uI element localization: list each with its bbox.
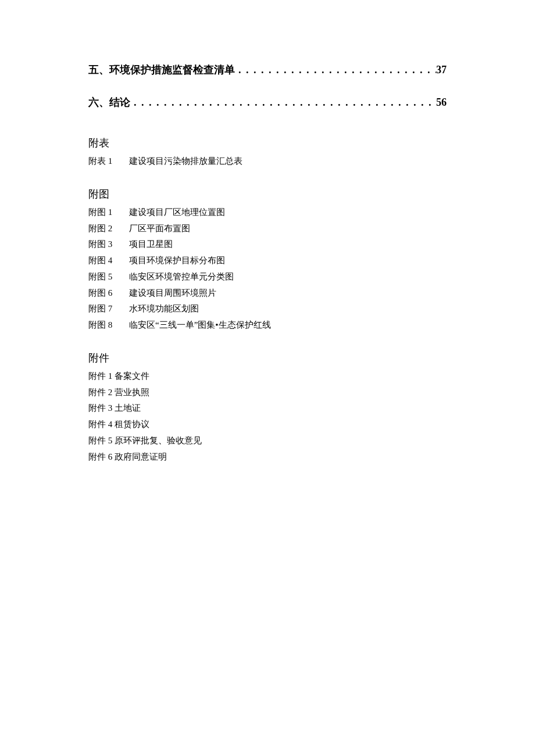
appendix-desc: 临安区“三线一单”图集•生态保护红线 — [129, 317, 447, 334]
appendix-row: 附图 5 临安区环境管控单元分类图 — [88, 269, 447, 285]
appendix-desc: 项目卫星图 — [129, 237, 447, 253]
appendix-row: 附图 6 建设项目周围环境照片 — [88, 285, 447, 302]
attachment-list: 附件 1 备案文件 附件 2 营业执照 附件 3 土地证 附件 4 租赁协议 附… — [88, 368, 447, 465]
appendix-desc: 项目环境保护目标分布图 — [129, 253, 447, 269]
appendix-label: 附图 1 — [88, 205, 129, 221]
toc-leader: . . . . . . . . . . . . . . . . . . . . … — [130, 96, 436, 109]
appendix-label: 附图 4 — [88, 253, 129, 269]
appendix-desc: 建设项目污染物排放量汇总表 — [129, 153, 447, 170]
toc-title: 六、结论 — [88, 95, 130, 109]
appendix-label: 附表 1 — [88, 153, 129, 170]
appendix-table-futu2: 附图 1 建设项目厂区地理位置图 附图 2 厂区平面布置图 附图 3 项目卫星图… — [88, 205, 447, 334]
attachment-item: 附件 4 租赁协议 — [88, 417, 447, 433]
section-heading-futu: 附表 — [88, 136, 447, 150]
appendix-desc: 厂区平面布置图 — [129, 221, 447, 237]
appendix-desc: 水环境功能区划图 — [129, 301, 447, 317]
appendix-row: 附图 4 项目环境保护目标分布图 — [88, 253, 447, 269]
appendix-desc: 临安区环境管控单元分类图 — [129, 269, 447, 285]
toc-page: 37 — [436, 64, 447, 76]
appendix-desc: 建设项目厂区地理位置图 — [129, 205, 447, 221]
toc-entry: 六、结论 . . . . . . . . . . . . . . . . . .… — [88, 95, 447, 109]
appendix-row: 附图 2 厂区平面布置图 — [88, 221, 447, 237]
attachment-item: 附件 1 备案文件 — [88, 368, 447, 385]
section-heading-fujian: 附件 — [88, 351, 447, 365]
appendix-label: 附图 3 — [88, 237, 129, 253]
appendix-row: 附图 1 建设项目厂区地理位置图 — [88, 205, 447, 221]
toc-title: 五、环境保护措施监督检查清单 — [88, 63, 235, 77]
section-heading-futu2: 附图 — [88, 187, 447, 201]
toc-leader: . . . . . . . . . . . . . . . . . . . . … — [235, 64, 436, 76]
attachment-item: 附件 3 土地证 — [88, 400, 447, 417]
appendix-label: 附图 5 — [88, 269, 129, 285]
appendix-label: 附图 2 — [88, 221, 129, 237]
appendix-desc: 建设项目周围环境照片 — [129, 285, 447, 302]
appendix-table-futu: 附表 1 建设项目污染物排放量汇总表 — [88, 153, 447, 170]
attachment-item: 附件 2 营业执照 — [88, 385, 447, 401]
appendix-label: 附图 8 — [88, 317, 129, 334]
appendix-row: 附表 1 建设项目污染物排放量汇总表 — [88, 153, 447, 170]
attachment-item: 附件 5 原环评批复、验收意见 — [88, 433, 447, 449]
toc-page: 56 — [436, 96, 447, 109]
toc-entry: 五、环境保护措施监督检查清单 . . . . . . . . . . . . .… — [88, 63, 447, 77]
attachment-item: 附件 6 政府同意证明 — [88, 449, 447, 465]
appendix-label: 附图 6 — [88, 285, 129, 302]
appendix-row: 附图 7 水环境功能区划图 — [88, 301, 447, 317]
appendix-row: 附图 3 项目卫星图 — [88, 237, 447, 253]
appendix-label: 附图 7 — [88, 301, 129, 317]
appendix-row: 附图 8 临安区“三线一单”图集•生态保护红线 — [88, 317, 447, 334]
